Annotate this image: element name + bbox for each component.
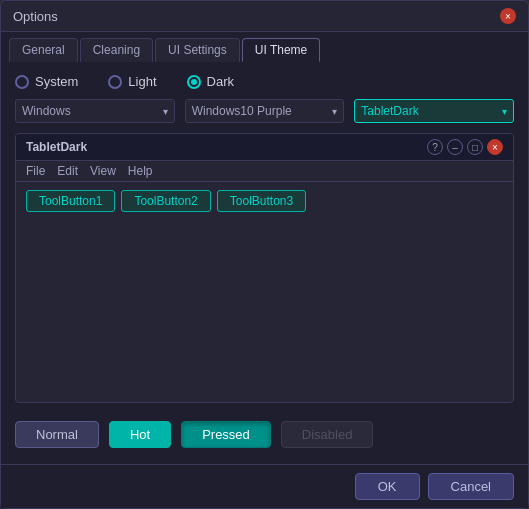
dialog-title: Options (13, 9, 58, 24)
radio-system-circle (15, 75, 29, 89)
preview-title-bar: TabletDark ? – □ × (16, 134, 513, 161)
ok-button[interactable]: OK (355, 473, 420, 500)
tabs-bar: General Cleaning UI Settings UI Theme (1, 32, 528, 62)
theme-radio-row: System Light Dark (15, 74, 514, 89)
tab-ui-settings[interactable]: UI Settings (155, 38, 240, 62)
preview-menu-edit[interactable]: Edit (57, 164, 78, 178)
main-content: System Light Dark Windows ▾ Windows10 Pu… (1, 62, 528, 464)
preview-toolbutton2[interactable]: ToolButton2 (121, 190, 210, 212)
title-bar: Options × (1, 1, 528, 32)
preview-menu-view[interactable]: View (90, 164, 116, 178)
preview-toolbar: ToolButton1 ToolButton2 ToolButton3 (16, 182, 513, 220)
preview-minimize-button[interactable]: – (447, 139, 463, 155)
state-button-hot[interactable]: Hot (109, 421, 171, 448)
preview-title: TabletDark (26, 140, 87, 154)
dropdown-system-theme[interactable]: Windows ▾ (15, 99, 175, 123)
radio-light[interactable]: Light (108, 74, 156, 89)
dialog-close-button[interactable]: × (500, 8, 516, 24)
preview-help-button[interactable]: ? (427, 139, 443, 155)
cancel-button[interactable]: Cancel (428, 473, 514, 500)
dropdown-light-theme[interactable]: Windows10 Purple ▾ (185, 99, 345, 123)
preview-controls: ? – □ × (427, 139, 503, 155)
tab-ui-theme[interactable]: UI Theme (242, 38, 320, 62)
radio-system[interactable]: System (15, 74, 78, 89)
tab-cleaning[interactable]: Cleaning (80, 38, 153, 62)
theme-preview-box: TabletDark ? – □ × File Edit View Help T… (15, 133, 514, 403)
radio-dark-circle (187, 75, 201, 89)
preview-menu-file[interactable]: File (26, 164, 45, 178)
state-buttons-row: Normal Hot Pressed Disabled (15, 413, 514, 452)
tab-general[interactable]: General (9, 38, 78, 62)
options-dialog: Options × General Cleaning UI Settings U… (0, 0, 529, 509)
preview-maximize-button[interactable]: □ (467, 139, 483, 155)
radio-dark[interactable]: Dark (187, 74, 234, 89)
dropdown-dark-arrow-icon: ▾ (502, 106, 507, 117)
dropdown-row: Windows ▾ Windows10 Purple ▾ TabletDark … (15, 99, 514, 123)
preview-body (16, 220, 513, 402)
radio-light-circle (108, 75, 122, 89)
state-button-disabled: Disabled (281, 421, 374, 448)
dropdown-system-arrow-icon: ▾ (163, 106, 168, 117)
preview-menu-bar: File Edit View Help (16, 161, 513, 182)
dropdown-light-arrow-icon: ▾ (332, 106, 337, 117)
preview-close-button[interactable]: × (487, 139, 503, 155)
preview-toolbutton1[interactable]: ToolButton1 (26, 190, 115, 212)
state-button-normal[interactable]: Normal (15, 421, 99, 448)
preview-toolbutton3[interactable]: ToolButton3 (217, 190, 306, 212)
state-button-pressed[interactable]: Pressed (181, 421, 271, 448)
footer: OK Cancel (1, 464, 528, 508)
preview-menu-help[interactable]: Help (128, 164, 153, 178)
dropdown-dark-theme[interactable]: TabletDark ▾ (354, 99, 514, 123)
